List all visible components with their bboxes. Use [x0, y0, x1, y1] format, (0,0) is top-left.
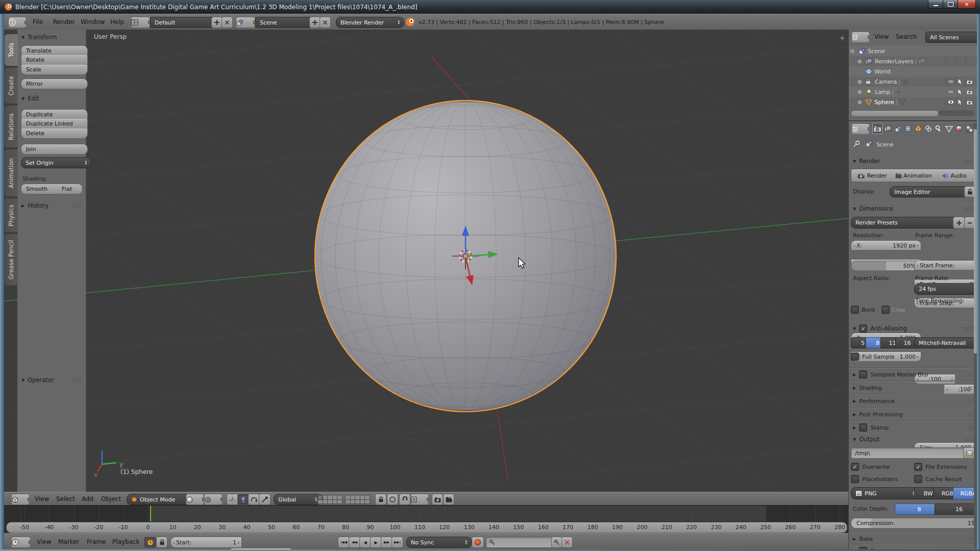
play-button[interactable]: ▶ [370, 537, 382, 548]
screen-delete-button[interactable] [222, 17, 233, 28]
manipulator-toggle-button[interactable] [227, 494, 238, 505]
resolution-x-field[interactable]: X:1920 px [851, 240, 921, 251]
panel-header-output[interactable]: ▼Output [853, 436, 973, 443]
tab-render[interactable] [872, 123, 883, 134]
vp-menu-view[interactable]: View [35, 495, 49, 503]
lock-frame-button[interactable] [156, 537, 167, 548]
jump-to-start-button[interactable]: |◀◀ [338, 537, 350, 548]
tab-render-layers[interactable] [883, 123, 893, 134]
region-expand-icon[interactable]: + [839, 34, 845, 42]
outliner-scrollbar-track[interactable] [939, 110, 974, 116]
editor-type-3dview-button[interactable] [11, 494, 30, 505]
scale-button[interactable]: Scale [21, 65, 88, 75]
manipulator-rotate-button[interactable] [248, 494, 260, 505]
render-restrict-icon[interactable] [966, 79, 973, 85]
audio-button[interactable]: Audio [935, 169, 975, 182]
screen-add-button[interactable] [211, 17, 223, 28]
depth-16-button[interactable]: 16 [935, 504, 980, 515]
eye-closed-icon[interactable] [947, 89, 954, 94]
join-button[interactable]: Join [21, 144, 88, 155]
panel-header-edit[interactable]: ▼Edit [21, 95, 39, 102]
expand-icon[interactable]: ⊕ [856, 58, 863, 65]
use-preview-range-button[interactable] [144, 537, 156, 548]
shelf-tab-animation[interactable]: Animation [4, 149, 18, 197]
start-frame-field[interactable]: Start Frame:1 [914, 260, 980, 270]
manipulator-scale-button[interactable] [259, 494, 271, 505]
eye-closed-icon[interactable] [947, 79, 954, 84]
preset-add-button[interactable] [953, 217, 965, 229]
panel-header-bake[interactable]: ▶Bake [849, 532, 977, 545]
expand-icon[interactable]: ⊕ [856, 79, 863, 85]
set-origin-select[interactable]: Set Origin [21, 157, 91, 168]
outliner-row-lamp[interactable]: ⊕ Lamp| [849, 87, 977, 97]
vp-menu-object[interactable]: Object [101, 495, 121, 503]
tab-scene[interactable] [893, 123, 903, 134]
panel-header-dimensions[interactable]: ▼Dimensions [853, 205, 973, 212]
viewport-3d[interactable]: y x User Persp (1) Sphere + ▼Transform T… [4, 30, 848, 492]
lock-to-scene-button[interactable] [375, 494, 386, 505]
compression-slider[interactable]: Compression:15% [851, 518, 980, 529]
render-presets-select[interactable]: Render Presets [851, 217, 961, 229]
scene-delete-button[interactable] [320, 17, 331, 28]
maximize-button[interactable] [943, 0, 958, 9]
panel-header-history[interactable]: ▶History [21, 202, 82, 209]
render-restrict-icon[interactable] [966, 89, 973, 95]
border-checkbox[interactable] [851, 306, 859, 314]
expand-icon[interactable]: ⊕ [856, 89, 863, 95]
render-animation-button[interactable] [443, 494, 454, 505]
tab-modifiers[interactable] [934, 123, 944, 134]
panel-header-operator[interactable]: ▼Operator [21, 377, 82, 384]
scene-browse-button[interactable] [236, 17, 255, 28]
panel-header-shading[interactable]: ▶Shading [849, 381, 977, 394]
full-sample-checkbox[interactable] [851, 353, 859, 361]
sync-mode-select[interactable]: No Sync [406, 537, 472, 548]
tab-texture[interactable] [964, 123, 974, 134]
file-extensions-checkbox[interactable] [914, 463, 922, 471]
selectable-icon[interactable] [958, 89, 963, 95]
antialiasing-checkbox[interactable] [859, 324, 867, 333]
menu-window[interactable]: Window [81, 18, 105, 26]
panel-header-render[interactable]: ▼Render [853, 158, 973, 165]
shelf-tab-tools[interactable]: Tools [4, 34, 18, 66]
outliner-menu-view[interactable]: View [874, 33, 889, 40]
pivot-point-select[interactable] [204, 494, 223, 505]
stamp-checkbox[interactable] [859, 423, 867, 432]
selectable-icon[interactable] [958, 99, 963, 105]
editor-type-outliner-button[interactable] [851, 32, 870, 43]
animation-button[interactable]: Animation [893, 169, 935, 182]
layers-group-1[interactable] [317, 495, 342, 504]
render-button[interactable]: Render [851, 169, 894, 182]
outliner-row-renderlayers[interactable]: ⊕ RenderLayers| [849, 56, 977, 66]
panel-header-sampled-motion-blur[interactable]: ▶Sampled Motion Blur [849, 368, 977, 381]
aa-filter-select[interactable]: Mitchell-Netravali [914, 337, 980, 348]
timeline[interactable]: -50-40-30-20-100102030405060708090100110… [4, 505, 848, 534]
outliner-row-world[interactable]: World [849, 66, 977, 77]
editor-type-info-button[interactable] [8, 17, 27, 28]
menu-help[interactable]: Help [110, 18, 124, 26]
tab-material[interactable] [954, 123, 964, 134]
screen-name-field[interactable]: Default [150, 17, 219, 28]
scene-add-button[interactable] [309, 17, 321, 28]
next-keyframe-button[interactable]: ▶▶ [381, 537, 393, 548]
play-reverse-button[interactable]: ◀ [359, 537, 371, 548]
motion-blur-checkbox[interactable] [859, 370, 867, 379]
panel-header-antialiasing[interactable]: ▼Anti-Aliasing [853, 324, 973, 333]
outliner-row-camera[interactable]: ⊕ Camera| [849, 77, 977, 87]
rotate-button[interactable]: Rotate [21, 55, 88, 65]
frame-rate-select[interactable]: 24 fps [914, 283, 980, 295]
overwrite-checkbox[interactable] [851, 463, 859, 471]
collapse-icon[interactable]: ⊖ [849, 48, 856, 55]
insert-keyframe-button[interactable] [551, 537, 562, 548]
render-restrict-icon[interactable] [966, 99, 973, 105]
outliner-row-scene[interactable]: ⊖ Scene [849, 46, 977, 56]
editor-type-properties-button[interactable] [851, 123, 870, 135]
menu-render[interactable]: Render [53, 18, 75, 26]
shade-flat-button[interactable]: Flat [52, 184, 83, 194]
placeholders-checkbox[interactable] [851, 475, 859, 483]
outliner-menu-search[interactable]: Search [896, 33, 917, 40]
crop-checkbox[interactable] [881, 306, 890, 314]
keying-set-field[interactable] [486, 537, 555, 548]
vp-menu-add[interactable]: Add [82, 495, 93, 503]
proportional-edit-button[interactable] [387, 494, 398, 505]
display-select[interactable]: Image Editor [890, 186, 972, 197]
